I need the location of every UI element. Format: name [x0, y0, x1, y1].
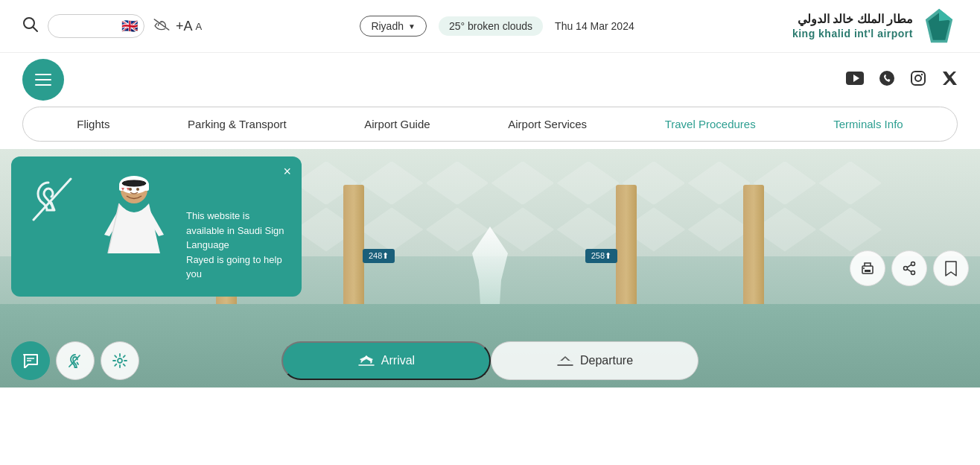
accessibility-popup: ×	[11, 156, 302, 297]
airport-logo-icon	[920, 7, 958, 45]
nav-item-travel-procedures[interactable]: Travel Procedures	[658, 115, 763, 133]
svg-point-15	[122, 180, 146, 186]
top-bar-left: 🇬🇧 +A A	[22, 14, 202, 38]
svg-line-1	[34, 27, 38, 31]
hamburger-line-1	[35, 74, 51, 75]
logo-english: king khalid int'l airport	[792, 27, 913, 40]
nav-item-terminals-info[interactable]: Terminals Info	[826, 115, 910, 133]
settings-button[interactable]	[101, 341, 139, 380]
main-navigation: Flights Parking & Transport Airport Guid…	[22, 107, 958, 142]
gate-sign-248: 248⬆	[363, 249, 395, 263]
departure-tab-label: Departure	[580, 354, 633, 367]
logo-arabic: مطار الملك خالد الدولي	[792, 12, 913, 28]
arrival-tab-label: Arrival	[381, 354, 415, 367]
svg-point-23	[904, 267, 908, 271]
whatsapp-icon[interactable]	[879, 70, 895, 90]
nav-item-flights[interactable]: Flights	[69, 115, 117, 133]
eye-slash-icon[interactable]	[153, 19, 170, 34]
top-bar: 🇬🇧 +A A Riyadh ▼ 25° broken clouds	[0, 0, 980, 53]
search-box[interactable]: 🇬🇧	[48, 14, 144, 38]
svg-point-10	[921, 73, 923, 75]
svg-point-9	[915, 75, 921, 81]
hamburger-menu-button[interactable]	[22, 59, 64, 101]
hamburger-line-2	[35, 79, 51, 80]
gate-sign-258: 258⬆	[585, 249, 617, 263]
action-buttons	[11, 341, 139, 380]
svg-rect-8	[911, 72, 925, 85]
youtube-icon[interactable]	[846, 72, 864, 89]
popup-close-button[interactable]: ×	[283, 164, 291, 180]
top-bar-center: Riyadh ▼ 25° broken clouds Thu 14 Mar 20…	[360, 16, 634, 37]
instagram-icon[interactable]	[910, 70, 926, 90]
svg-point-22	[911, 271, 915, 275]
hamburger-line-3	[35, 84, 51, 86]
svg-point-20	[863, 268, 865, 269]
flight-tabs: Arrival Departure	[281, 341, 699, 380]
print-button[interactable]	[850, 250, 885, 286]
svg-marker-4	[939, 9, 952, 21]
arrival-tab[interactable]: Arrival	[281, 341, 491, 380]
social-icons	[846, 70, 958, 90]
search-icon[interactable]	[22, 16, 39, 37]
date-display: Thu 14 Mar 2024	[555, 20, 634, 32]
font-decrease-button[interactable]: A	[196, 21, 203, 32]
location-selector[interactable]: Riyadh ▼	[360, 16, 427, 37]
logo: مطار الملك خالد الدولي king khalid int'l…	[792, 7, 958, 45]
bookmark-button[interactable]	[933, 250, 969, 286]
location-label: Riyadh	[371, 20, 404, 32]
font-increase-button[interactable]: +A	[176, 19, 193, 34]
popup-line2: Rayed is going to help you	[186, 253, 287, 282]
svg-line-24	[907, 265, 911, 268]
location-dropdown-arrow: ▼	[408, 22, 416, 31]
popup-line1: This website is available in Saudi Sign …	[186, 209, 287, 253]
svg-point-16	[129, 188, 132, 191]
popup-text: This website is available in Saudi Sign …	[186, 171, 287, 282]
search-input[interactable]	[57, 21, 117, 32]
chat-button[interactable]	[11, 341, 50, 380]
twitter-icon[interactable]	[941, 71, 958, 89]
svg-point-17	[136, 188, 139, 191]
deaf-icon	[26, 171, 82, 235]
weather-info: 25° broken clouds	[439, 16, 543, 36]
nav-item-airport-services[interactable]: Airport Services	[500, 115, 594, 133]
hero-area: 248⬆ 258⬆ ×	[0, 149, 980, 388]
avatar	[93, 171, 175, 261]
utility-buttons	[850, 250, 969, 286]
share-button[interactable]	[891, 250, 927, 286]
svg-line-25	[907, 269, 911, 272]
nav-item-airport-guide[interactable]: Airport Guide	[357, 115, 437, 133]
column-4	[743, 185, 764, 316]
svg-point-29	[118, 358, 122, 363]
svg-point-21	[911, 262, 915, 266]
svg-rect-19	[865, 270, 871, 272]
logo-text: مطار الملك خالد الدولي king khalid int'l…	[792, 12, 913, 41]
font-size-controls: +A A	[176, 19, 202, 34]
flag-icon: 🇬🇧	[121, 18, 138, 34]
hearing-button[interactable]	[56, 341, 95, 380]
accessibility-controls: +A A	[153, 19, 202, 34]
second-bar	[0, 53, 980, 107]
column-3	[616, 185, 637, 316]
column-2	[343, 185, 364, 316]
departure-tab[interactable]: Departure	[491, 341, 699, 380]
svg-point-7	[879, 71, 894, 86]
nav-item-parking[interactable]: Parking & Transport	[180, 115, 294, 133]
